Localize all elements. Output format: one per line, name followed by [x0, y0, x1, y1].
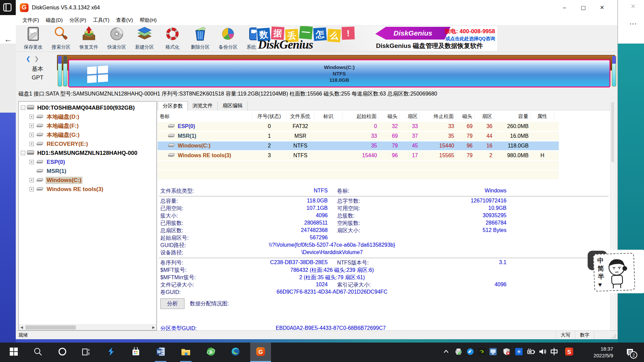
- more-options-icon[interactable]: ⋯: [629, 19, 637, 28]
- tray-volume[interactable]: [537, 343, 548, 362]
- expand-icon[interactable]: +: [30, 187, 34, 191]
- toolbar-button-1[interactable]: 搜索分区: [48, 26, 74, 51]
- resize-grip[interactable]: [594, 331, 618, 339]
- expand-icon[interactable]: +: [30, 133, 34, 137]
- expand-icon[interactable]: +: [30, 115, 34, 119]
- toolbar-button-6[interactable]: 删除分区: [187, 26, 214, 51]
- scrollbar-thumb[interactable]: [25, 325, 76, 329]
- menu-item-5[interactable]: 帮助(H): [136, 16, 160, 25]
- taskbar-ie-browser[interactable]: e: [201, 343, 221, 362]
- tray-security[interactable]: [501, 343, 512, 362]
- menu-item-1[interactable]: 磁盘(D): [42, 16, 66, 25]
- scroll-right-icon[interactable]: ▶: [151, 325, 156, 330]
- tray-intel-graphics[interactable]: [488, 343, 498, 362]
- tray-nvidia[interactable]: [476, 343, 487, 362]
- tray-tim[interactable]: [465, 343, 476, 362]
- column-header-11[interactable]: 属性: [531, 113, 554, 120]
- table-row-1[interactable]: MSR(1)1MSR33693735794416.0MB: [158, 132, 559, 140]
- taskbar-flash-tool[interactable]: [101, 343, 121, 362]
- scroll-left-icon[interactable]: ◀: [19, 325, 24, 330]
- next-disk-icon[interactable]: ❯: [34, 56, 39, 62]
- taskbar-cortana[interactable]: [52, 343, 73, 362]
- expand-icon[interactable]: +: [30, 160, 34, 164]
- expand-icon[interactable]: +: [30, 142, 34, 146]
- sogou-ime-widget[interactable]: 中简半♥: [593, 253, 635, 292]
- collapse-icon[interactable]: -: [21, 151, 25, 155]
- tab-2[interactable]: 扇区编辑: [218, 101, 248, 111]
- tray-sogou[interactable]: S: [564, 343, 575, 362]
- tree-item-hd0-toshibamq04abf100-932gb-[interactable]: -HD0:TOSHIBAMQ04ABF100(932GB): [19, 103, 156, 112]
- column-header-5[interactable]: 磁头: [379, 113, 400, 120]
- taskbar-start[interactable]: [3, 343, 24, 362]
- toolbar-button-2[interactable]: 恢复文件: [75, 26, 102, 51]
- column-header-9[interactable]: 扇区: [475, 113, 494, 120]
- column-header-2[interactable]: 文件系统: [286, 113, 314, 120]
- column-header-8[interactable]: 磁头: [456, 113, 475, 120]
- tree-item-hd1-samsungmznln128hahq-000[interactable]: -HD1:SAMSUNGMZNLN128HAHQ-000: [19, 148, 156, 158]
- prev-disk-icon[interactable]: ❮: [26, 56, 31, 62]
- promo-banner[interactable]: 数据丢一怎么! DiskGenius DiskGenius DiskGenius…: [257, 26, 497, 51]
- tab-0[interactable]: 分区参数: [158, 101, 188, 111]
- minimize-button[interactable]: –: [555, 0, 574, 15]
- toolbar-button-3[interactable]: 快速分区: [103, 26, 130, 51]
- tree-item-esp-0-[interactable]: +ESP(0): [19, 158, 156, 167]
- tree-item-windows-re-tools-3-[interactable]: +Windows RE tools(3): [19, 185, 156, 194]
- tray-ime-mode[interactable]: [549, 343, 559, 362]
- tree-horizontal-scrollbar[interactable]: ◀ ▶: [19, 324, 156, 330]
- partition-bar-win-re[interactable]: [612, 56, 616, 86]
- banner-qq-link[interactable]: 或点击此处选择QQ咨询: [445, 36, 495, 42]
- taskbar-microsoft-store[interactable]: [125, 343, 146, 362]
- toolbar-button-5[interactable]: 格式化: [159, 26, 186, 51]
- table-row-3[interactable]: Windows RE tools(3)3NTFS1544096171556579…: [158, 151, 559, 160]
- panel-vertical-scrollbar[interactable]: [610, 101, 614, 330]
- column-header-10[interactable]: 容量: [494, 113, 531, 120]
- notification-center-icon[interactable]: 2: [621, 343, 639, 362]
- expand-icon[interactable]: +: [30, 178, 34, 182]
- column-header-4[interactable]: 起始柱面: [343, 113, 379, 120]
- detail-label: 已用空间:: [160, 205, 183, 212]
- taskbar-diskgenius[interactable]: G: [250, 343, 271, 362]
- taskbar-file-explorer[interactable]: [175, 343, 196, 362]
- menu-item-0[interactable]: 文件(F): [19, 16, 42, 25]
- background-close-icon[interactable]: ✕: [631, 3, 636, 10]
- table-row-0[interactable]: ESP(0)0FAT3203233336936260.0MB: [158, 122, 559, 131]
- expand-icon[interactable]: +: [30, 124, 34, 128]
- toolbar-button-7[interactable]: 备份分区: [215, 26, 241, 51]
- column-header-1[interactable]: 序号(状态): [252, 113, 286, 120]
- tree-item-windows-c-[interactable]: +Windows(C:): [19, 176, 156, 185]
- column-header-7[interactable]: 终止柱面: [420, 113, 456, 120]
- tray-freeze[interactable]: ✳: [514, 343, 524, 362]
- tree-item--g-[interactable]: +本地磁盘(G:): [19, 130, 156, 139]
- tree-item-recovery-e-[interactable]: +RECOVERY(E:): [19, 139, 156, 148]
- taskbar-clock[interactable]: 18:37 2022/5/9: [583, 343, 613, 362]
- taskbar-search[interactable]: [28, 343, 48, 362]
- partition-bar-esp[interactable]: [58, 56, 62, 86]
- table-row-2[interactable]: Windows(C:)2NTFS357945154409616118.0GB: [158, 141, 559, 150]
- back-arrow-icon[interactable]: ←: [4, 35, 12, 44]
- taskbar-task-view[interactable]: [76, 343, 97, 362]
- toolbar-button-0[interactable]: 保存更改: [20, 26, 47, 51]
- taskbar-word[interactable]: W: [150, 343, 171, 362]
- column-header-6[interactable]: 扇区: [400, 113, 420, 120]
- maximize-button[interactable]: ▢: [574, 0, 593, 15]
- close-button[interactable]: ✕: [593, 0, 611, 15]
- menu-item-3[interactable]: 工具(T): [90, 16, 113, 25]
- partition-bar-msr[interactable]: [63, 56, 67, 86]
- toolbar-button-4[interactable]: 新建分区: [131, 26, 158, 51]
- partition-bar-windows-c[interactable]: Windows(C:) NTFS 118.0GB: [68, 59, 610, 87]
- taskbar-edge[interactable]: [225, 343, 246, 362]
- tree-item--d-[interactable]: +本地磁盘(D:): [19, 112, 156, 121]
- tray-printer[interactable]: [453, 343, 464, 362]
- tray-power[interactable]: [526, 343, 536, 362]
- collapse-icon[interactable]: -: [21, 106, 25, 110]
- menu-item-4[interactable]: 查看(V): [113, 16, 136, 25]
- tab-1[interactable]: 浏览文件: [188, 101, 218, 111]
- column-header-0[interactable]: 卷标: [158, 113, 252, 120]
- cell: 16.0MB: [494, 133, 531, 139]
- analyze-button[interactable]: 分析: [160, 298, 184, 309]
- column-header-3[interactable]: 标识: [314, 113, 343, 120]
- tree-item-msr-1-[interactable]: MSR(1): [19, 167, 156, 176]
- tree-item--f-[interactable]: +本地磁盘(F:): [19, 121, 156, 130]
- tray-chevron-up[interactable]: [441, 343, 451, 362]
- menu-item-2[interactable]: 分区(P): [66, 16, 90, 25]
